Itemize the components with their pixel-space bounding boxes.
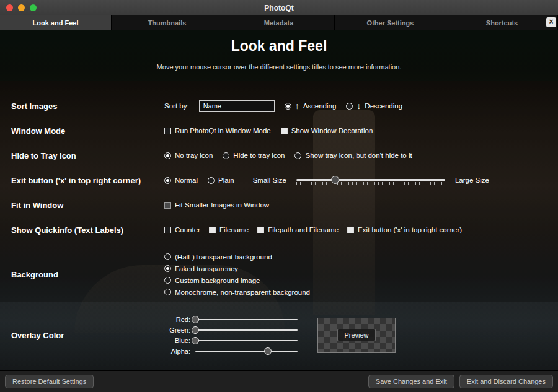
run-window-mode-checkbox-icon [164,128,171,134]
descending-arrow-icon: ↓ [356,102,361,110]
show-tray-label: Show tray icon, but don't hide to it [305,152,412,159]
settings-rows: Sort Images Sort by: ↑ Ascending ↓ Desc [0,81,558,370]
fit-smaller-images-checkbox[interactable]: Fit Smaller Images in Window [164,201,269,209]
bg-faked-transparency-radio[interactable]: Faked transparency [164,265,238,272]
tab-metadata[interactable]: Metadata [223,15,335,30]
hide-to-tray-radio[interactable]: Hide to tray icon [223,152,285,159]
settings-content: Look and Feel Move your mouse cursor ove… [0,30,558,370]
quickinfo-exit-button-checkbox-icon [347,227,354,233]
setting-row-window-mode: Window Mode Run PhotoQt in Window Mode S… [0,118,558,143]
descending-radio[interactable]: ↓ Descending [346,102,402,110]
blue-slider-label: Blue: [164,337,190,344]
green-slider-label: Green: [164,326,190,334]
no-tray-icon-label: No tray icon [175,152,213,159]
window-decoration-label: Show Window Decoration [291,127,373,134]
bg-custom-image-radio[interactable]: Custom background image [164,277,260,284]
blue-slider-handle[interactable] [192,337,199,344]
tab-look-and-feel[interactable]: Look and Feel [0,15,112,30]
overlay-preview-button[interactable]: Preview [337,329,375,341]
alpha-slider-label: Alpha: [164,347,190,355]
no-tray-icon-radio-icon [164,152,171,159]
bg-transparent-label: (Half-)Transparent background [175,253,272,261]
sort-by-label: Sort by: [164,102,189,110]
quickinfo-exit-button-checkbox[interactable]: Exit button ('x' in top right corner) [347,226,462,233]
close-settings-icon[interactable]: × [546,17,556,27]
setting-row-fit-in-window: Fit in Window Fit Smaller Images in Wind… [0,193,558,217]
tray-icon-label: Hide to Tray Icon [11,151,164,160]
discard-changes-button[interactable]: Exit and Discard Changes [459,375,553,388]
alpha-slider-handle[interactable] [264,347,272,355]
red-slider[interactable] [195,315,298,324]
ascending-radio[interactable]: ↑ Ascending [285,102,337,110]
quickinfo-counter-checkbox[interactable]: Counter [164,226,200,233]
maximize-window-button[interactable] [30,4,37,11]
window-decoration-checkbox-icon [281,128,288,134]
quickinfo-filename-checkbox[interactable]: Filename [209,226,249,233]
quickinfo-filename-label: Filename [219,226,249,233]
green-slider[interactable] [195,326,298,334]
run-window-mode-checkbox[interactable]: Run PhotoQt in Window Mode [164,127,271,134]
setting-row-tray-icon: Hide to Tray Icon No tray icon Hide to t… [0,143,558,168]
exit-size-slider-track[interactable] [296,179,445,181]
quickinfo-filepath-checkbox-icon [257,227,264,233]
bg-monochrome-radio-icon [164,289,171,295]
setting-row-sort-images: Sort Images Sort by: ↑ Ascending ↓ Desc [0,94,558,118]
tab-other-settings[interactable]: Other Settings [335,15,446,30]
red-slider-track[interactable] [195,319,298,320]
no-tray-icon-radio[interactable]: No tray icon [164,152,213,159]
exit-button-label: Exit button ('x' in top right corner) [11,176,164,185]
titlebar: PhotoQt [0,0,558,15]
background-label: Background [11,270,164,279]
show-tray-radio[interactable]: Show tray icon, but don't hide to it [294,152,412,159]
exit-size-slider-handle[interactable] [331,176,339,184]
window-controls [6,4,37,11]
exit-normal-radio[interactable]: Normal [164,176,198,184]
exit-size-slider[interactable] [296,175,445,186]
window-decoration-checkbox[interactable]: Show Window Decoration [281,127,373,134]
page-subtitle: Move your mouse cursor over the differen… [0,63,558,71]
fit-smaller-images-checkbox-icon [164,202,171,209]
tab-shortcuts[interactable]: Shortcuts [446,15,558,30]
hide-to-tray-label: Hide to tray icon [233,152,285,159]
ascending-arrow-icon: ↑ [295,102,299,110]
ascending-label: Ascending [303,102,337,110]
exit-size-slider-ticks [296,182,445,185]
setting-row-quickinfo: Show Quickinfo (Text Labels) Counter Fil… [0,217,558,242]
exit-normal-label: Normal [175,176,198,184]
quickinfo-filepath-label: Filepath and Filename [268,226,339,233]
sort-by-input[interactable] [199,100,275,112]
bg-monochrome-radio[interactable]: Monochrome, non-transparent background [164,289,310,296]
show-tray-radio-icon [294,152,301,159]
red-slider-handle[interactable] [192,316,199,323]
blue-slider-track[interactable] [195,340,298,341]
restore-defaults-button[interactable]: Restore Default Settings [5,375,94,388]
small-size-label: Small Size [253,176,286,184]
close-window-button[interactable] [6,4,13,11]
large-size-label: Large Size [455,176,489,184]
bg-transparent-radio[interactable]: (Half-)Transparent background [164,253,272,261]
quickinfo-counter-checkbox-icon [164,227,171,233]
overlay-color-label: Overlay Color [11,331,164,340]
exit-plain-radio[interactable]: Plain [208,176,234,184]
quickinfo-filepath-checkbox[interactable]: Filepath and Filename [257,226,339,233]
alpha-slider-track[interactable] [195,351,298,352]
red-slider-label: Red: [164,316,190,323]
blue-slider[interactable] [195,336,298,345]
fit-smaller-images-label: Fit Smaller Images in Window [175,201,269,209]
exit-plain-radio-icon [208,177,215,184]
setting-row-background: Background (Half-)Transparent background… [0,246,558,303]
page-header: Look and Feel Move your mouse cursor ove… [0,30,558,81]
tab-thumbnails[interactable]: Thumbnails [112,15,223,30]
hide-to-tray-radio-icon [223,152,229,159]
descending-radio-icon [346,103,353,110]
save-changes-button[interactable]: Save Changes and Exit [368,375,454,388]
quickinfo-counter-label: Counter [175,226,200,233]
minimize-window-button[interactable] [18,4,25,11]
exit-normal-radio-icon [164,177,171,184]
run-window-mode-label: Run PhotoQt in Window Mode [175,127,271,134]
green-slider-handle[interactable] [192,326,199,334]
window-mode-label: Window Mode [11,126,164,136]
green-slider-track[interactable] [195,329,298,331]
alpha-slider[interactable] [195,347,298,355]
bg-custom-image-radio-icon [164,277,171,284]
